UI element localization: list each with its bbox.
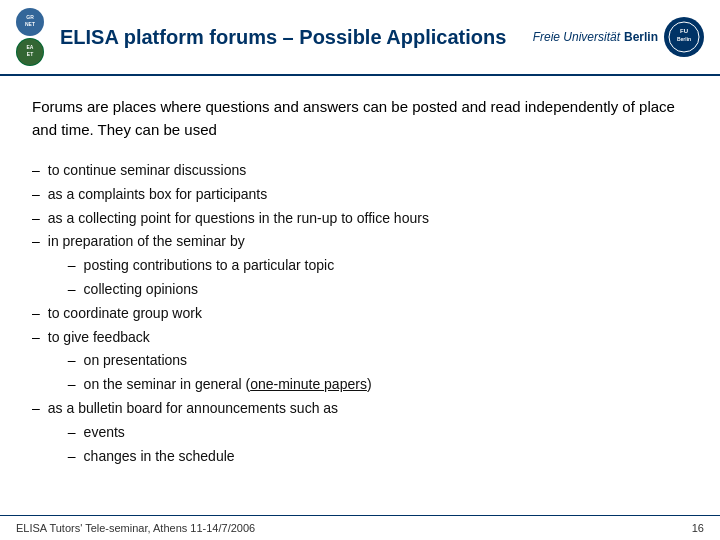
dash-icon: – [32,326,40,350]
eaet-logo: EA ET [16,38,44,66]
list-item: – to continue seminar discussions [32,159,688,183]
dash-icon: – [68,278,76,302]
footer: ELISA Tutors' Tele-seminar, Athens 11-14… [0,515,720,540]
sub-item-text: on the seminar in general (one-minute pa… [84,373,372,397]
dash-icon: – [68,349,76,373]
main-bullet-list: – to continue seminar discussions – as a… [32,159,688,468]
dash-icon: – [68,254,76,278]
sub-list-item: – collecting opinions [68,278,334,302]
list-item: – as a bulletin board for announcements … [32,397,688,468]
sub-item-text: events [84,421,125,445]
sub-list-item: – posting contributions to a particular … [68,254,334,278]
list-item: – to give feedback – on presentations – … [32,326,688,397]
berlin-text: Berlin [624,30,658,44]
dash-icon: – [32,230,40,254]
item-text: in preparation of the seminar by – posti… [48,230,334,301]
svg-text:ET: ET [27,51,33,57]
list-item: – as a collecting point for questions in… [32,207,688,231]
item-text: as a bulletin board for announcements su… [48,397,338,468]
sub-list-item: – on presentations [68,349,372,373]
item-text: as a collecting point for questions in t… [48,207,429,231]
footer-page: 16 [692,522,704,534]
intro-paragraph: Forums are places where questions and an… [32,96,688,141]
svg-text:Berlin: Berlin [677,36,691,42]
item-text: as a complaints box for participants [48,183,267,207]
sub-list-item: – changes in the schedule [68,445,338,469]
fu-text: Freie Universität [533,30,620,44]
one-minute-papers-link[interactable]: one-minute papers [250,376,367,392]
fu-logo: Freie Universität Berlin [533,30,658,44]
svg-text:EA: EA [27,44,34,50]
item-text: to give feedback – on presentations – on… [48,326,372,397]
list-item: – as a complaints box for participants [32,183,688,207]
sub-list: – posting contributions to a particular … [68,254,334,302]
header: GR NET EA ET ELISA platform forums – Pos… [0,0,720,76]
page-title: ELISA platform forums – Possible Applica… [60,26,506,49]
footer-label: ELISA Tutors' Tele-seminar, Athens 11-14… [16,522,255,534]
dash-icon: – [68,421,76,445]
fu-berlin-emblem: FU Berlin [664,17,704,57]
item-text: to coordinate group work [48,302,202,326]
list-item: – in preparation of the seminar by – pos… [32,230,688,301]
fu-berlin-logo-area: Freie Universität Berlin FU Berlin [533,17,704,57]
dash-icon: – [32,397,40,421]
grnet-logo: GR NET [16,8,44,36]
dash-icon: – [68,445,76,469]
list-item: – to coordinate group work [32,302,688,326]
dash-icon: – [68,373,76,397]
left-logos: GR NET EA ET [16,8,44,66]
sub-item-text: changes in the schedule [84,445,235,469]
dash-icon: – [32,302,40,326]
sub-list: – on presentations – on the seminar in g… [68,349,372,397]
sub-list-item: – on the seminar in general (one-minute … [68,373,372,397]
svg-text:GR: GR [26,14,34,20]
sub-list: – events – changes in the schedule [68,421,338,469]
main-content: Forums are places where questions and an… [0,76,720,515]
svg-text:NET: NET [25,21,35,27]
svg-text:FU: FU [680,28,688,34]
dash-icon: – [32,159,40,183]
eaet-circle: EA ET [16,38,44,66]
sub-item-text: posting contributions to a particular to… [84,254,335,278]
slide: GR NET EA ET ELISA platform forums – Pos… [0,0,720,540]
grnet-circle: GR NET [16,8,44,36]
sub-item-text: on presentations [84,349,188,373]
dash-icon: – [32,183,40,207]
item-text: to continue seminar discussions [48,159,246,183]
sub-item-text: collecting opinions [84,278,198,302]
sub-list-item: – events [68,421,338,445]
dash-icon: – [32,207,40,231]
